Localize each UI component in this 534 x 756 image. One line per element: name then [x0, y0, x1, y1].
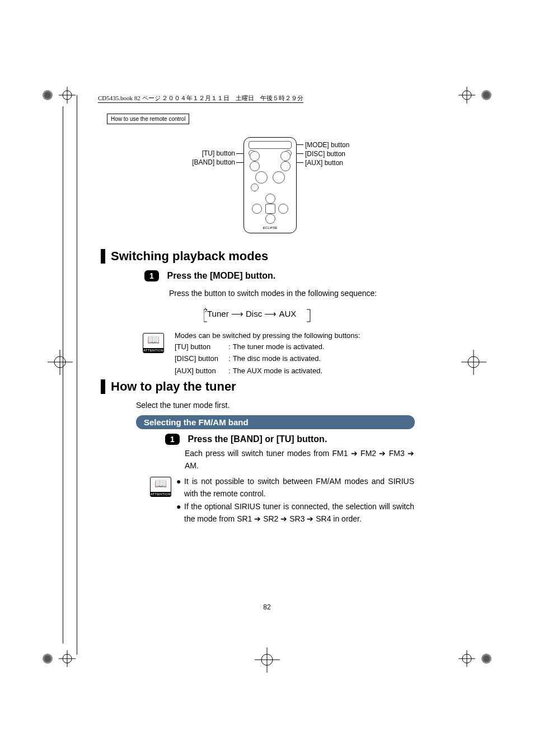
attn-intro: Modes can be switched by pressing the fo…: [175, 330, 360, 341]
remote-mute: [251, 184, 259, 191]
attention-icon: 📖 ATTENTION: [143, 333, 164, 353]
remote-tu-btn: [250, 151, 260, 161]
mode-row: [TU] button : The tuner mode is activate…: [175, 341, 327, 354]
remote-nav-down: [265, 214, 275, 224]
mode-table: [TU] button : The tuner mode is activate…: [175, 341, 327, 378]
page-number: 82: [0, 603, 534, 611]
attention-label: ATTENTION: [143, 348, 163, 353]
remote-vol-up: [273, 171, 285, 184]
attention-label: ATTENTION: [151, 492, 171, 496]
book-icon: 📖: [143, 334, 163, 346]
step2-body: Each press will switch tuner modes from …: [185, 448, 414, 472]
bullet-dot: ●: [176, 501, 184, 525]
svg-point-11: [44, 655, 51, 662]
step-badge-1: 1: [144, 270, 159, 281]
callout-mode: [MODE] button: [305, 141, 349, 149]
mode-row: [DISC] button : The disc mode is activat…: [175, 353, 327, 365]
bullet-dot: ●: [176, 476, 184, 500]
section2-intro: Select the tuner mode first.: [136, 400, 229, 411]
bullet-text: If the optional SIRIUS tuner is connecte…: [184, 501, 414, 525]
remote-nav-up: [265, 194, 275, 204]
remote-illustration: [TU] button [BAND] button [MODE] button …: [196, 134, 358, 241]
remote-aux-btn: [280, 161, 291, 171]
step-badge-2: 1: [165, 434, 180, 445]
step2-title: Press the [BAND] or [TU] button.: [188, 434, 327, 444]
remote-nav-center: [265, 204, 275, 214]
remote-body: ECLIPSE: [243, 137, 297, 233]
attention-block-2: 📖 ATTENTION: [150, 477, 171, 497]
callout-aux: [AUX] button: [305, 159, 343, 167]
attention-block-1: 📖 ATTENTION: [143, 333, 164, 353]
svg-point-16: [483, 655, 490, 662]
remote-nav-left: [252, 204, 262, 214]
chapter-tab: How to use the remote control: [107, 114, 189, 124]
remote-brand: ECLIPSE: [244, 226, 296, 229]
remote-ir-window: [249, 141, 292, 149]
crop-mid-left: [48, 350, 73, 377]
meta-header: CD5435.book 82 ページ ２００４年１２月１１日 土曜日 午後５時２…: [98, 94, 303, 102]
remote-vol-down: [255, 171, 268, 184]
frame-left: [63, 106, 63, 644]
crop-mid-right: [461, 350, 486, 377]
remote-band-btn: [250, 161, 260, 171]
section-tuner-heading: How to play the tuner: [101, 379, 236, 394]
callout-tu: [TU] button: [157, 149, 235, 157]
attention-text-1: Modes can be switched by pressing the fo…: [175, 330, 360, 377]
crop-top-right: [458, 78, 492, 114]
bullet-row: ● If the optional SIRIUS tuner is connec…: [176, 501, 414, 525]
svg-point-1: [44, 92, 51, 98]
crop-mid-bottom: [255, 647, 280, 675]
step1-intro: Press the button to switch modes in the …: [169, 288, 377, 299]
svg-point-6: [483, 92, 490, 98]
callout-band: [BAND] button: [157, 158, 235, 166]
section-switching-heading: Switching playback modes: [101, 249, 268, 264]
step1-title: Press the [MODE] button.: [167, 271, 275, 280]
subsection-pill: Selecting the FM/AM band: [136, 415, 415, 429]
crop-bottom-right: [458, 642, 492, 678]
crop-bottom-left: [42, 642, 76, 678]
frame-left-2: [77, 95, 77, 655]
attention-icon: 📖 ATTENTION: [150, 477, 171, 497]
step2-row: 1 Press the [BAND] or [TU] button.: [165, 434, 327, 445]
remote-nav-right: [278, 204, 288, 214]
step1-row: 1 Press the [MODE] button.: [144, 270, 275, 281]
book-icon: 📖: [151, 477, 171, 490]
bullet-text: It is not possible to switch between FM/…: [184, 476, 414, 500]
crop-top-left: [42, 78, 76, 114]
callout-disc: [DISC] button: [305, 150, 345, 158]
remote-disc-btn: [280, 151, 291, 161]
mode-row: [AUX] button : The AUX mode is activated…: [175, 365, 327, 378]
bullet-row: ● It is not possible to switch between F…: [176, 476, 414, 500]
sequence-diagram: Tuner ⟶ Disc ⟶ AUX: [207, 309, 296, 319]
attention-text-2: ● It is not possible to switch between F…: [176, 476, 414, 527]
